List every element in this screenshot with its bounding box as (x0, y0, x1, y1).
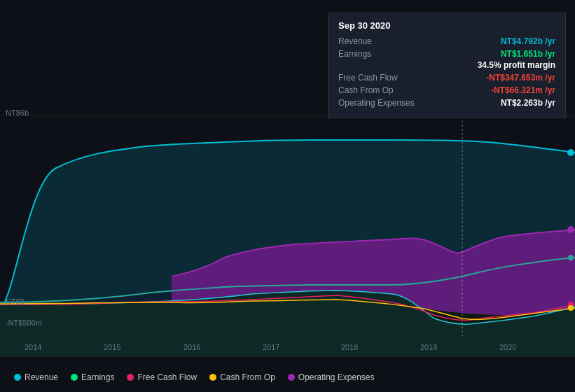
chart-legend: Revenue Earnings Free Cash Flow Cash Fro… (14, 372, 375, 382)
x-label-2015: 2015 (104, 343, 120, 351)
legend-item-revenue[interactable]: Revenue (14, 372, 58, 382)
x-label-2016: 2016 (183, 343, 200, 351)
tooltip-value-revenue: NT$4.792b /yr (501, 36, 555, 46)
legend-item-opexp[interactable]: Operating Expenses (288, 372, 375, 382)
legend-dot-opexp (288, 374, 295, 381)
legend-item-earnings[interactable]: Earnings (71, 372, 114, 382)
legend-item-fcf[interactable]: Free Cash Flow (127, 372, 197, 382)
legend-label-revenue: Revenue (25, 372, 58, 382)
legend-label-cashfromop: Cash From Op (220, 372, 275, 382)
tooltip-date: Sep 30 2020 (338, 20, 555, 31)
legend-label-opexp: Operating Expenses (298, 372, 375, 382)
tooltip-label-revenue: Revenue (338, 36, 372, 46)
svg-point-9 (568, 305, 574, 311)
tooltip-label-earnings: Earnings (338, 49, 371, 59)
tooltip-profit-margin: 34.5% profit margin (338, 60, 555, 70)
tooltip-label-cashfromop: Cash From Op (338, 85, 394, 95)
legend-dot-cashfromop (209, 374, 216, 381)
x-label-2017: 2017 (263, 343, 279, 351)
tooltip-row-revenue: Revenue NT$4.792b /yr (338, 36, 555, 46)
x-label-2019: 2019 (420, 343, 437, 351)
x-label-2020: 2020 (499, 343, 516, 351)
tooltip-value-cashfromop: -NT$66.321m /yr (491, 85, 555, 95)
tooltip-label-fcf: Free Cash Flow (338, 73, 398, 83)
y-label-500m: -NT$500m (6, 318, 42, 327)
tooltip-value-fcf: -NT$347.653m /yr (486, 73, 555, 83)
tooltip-value-earnings: NT$1.651b /yr (501, 49, 555, 59)
y-label-6b: NT$6b (6, 108, 29, 117)
tooltip-value-opexp: NT$2.263b /yr (501, 98, 555, 108)
svg-point-4 (567, 149, 574, 156)
tooltip-row-fcf: Free Cash Flow -NT$347.653m /yr (338, 73, 555, 83)
x-label-2014: 2014 (25, 343, 41, 351)
tooltip-row-cashfromop: Cash From Op -NT$66.321m /yr (338, 85, 555, 95)
legend-dot-revenue (14, 374, 21, 381)
legend-label-earnings: Earnings (81, 372, 114, 382)
legend-dot-fcf (127, 374, 134, 381)
legend-label-fcf: Free Cash Flow (137, 372, 197, 382)
tooltip-label-opexp: Operating Expenses (338, 98, 415, 108)
svg-point-5 (567, 226, 574, 233)
tooltip-box: Sep 30 2020 Revenue NT$4.792b /yr Earnin… (328, 13, 566, 118)
tooltip-row-earnings: Earnings NT$1.651b /yr (338, 49, 555, 59)
svg-point-7 (568, 255, 574, 260)
tooltip-row-opexp: Operating Expenses NT$2.263b /yr (338, 98, 555, 108)
y-label-0: NT$0 (6, 298, 25, 306)
legend-item-cashfromop[interactable]: Cash From Op (209, 372, 275, 382)
legend-dot-earnings (71, 374, 78, 381)
x-label-2018: 2018 (341, 343, 358, 351)
